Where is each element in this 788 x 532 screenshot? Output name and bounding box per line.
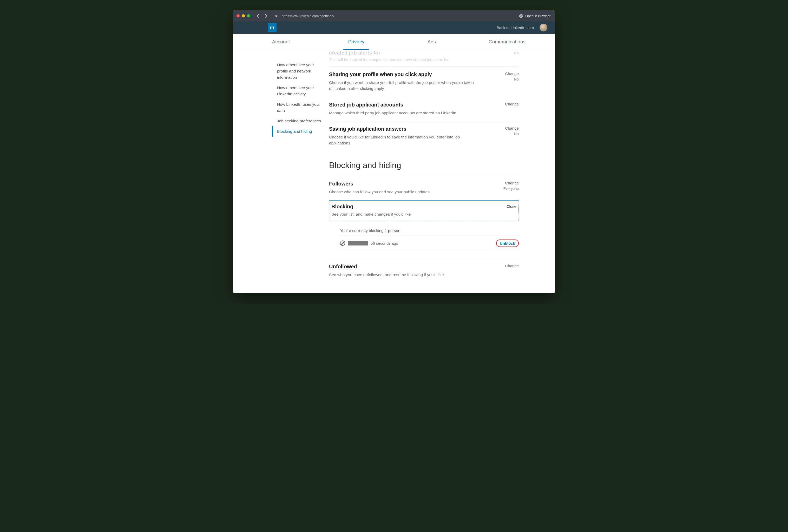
row-value: Everyone [504, 186, 519, 191]
sidebar-item-job-preferences[interactable]: Job seeking preferences [272, 116, 324, 126]
change-link[interactable]: Change [505, 102, 519, 106]
row-desc: See your list, and make changes if you'd… [331, 211, 477, 217]
globe-icon [519, 14, 523, 18]
blocked-entry: 56 seconds ago Unblock [340, 236, 519, 251]
setting-row-save-answers[interactable]: Saving job application answers Choose if… [329, 121, 519, 151]
minimize-window-button[interactable] [242, 14, 245, 17]
tab-account[interactable]: Account [243, 34, 319, 49]
setting-row-followers[interactable]: Followers Choose who can follow you and … [329, 176, 519, 200]
row-value: No [514, 132, 519, 136]
linkedin-logo[interactable]: in [268, 23, 277, 32]
blocked-time: 56 seconds ago [371, 241, 398, 245]
open-in-browser-button[interactable]: Open in Browser [519, 14, 551, 18]
maximize-window-button[interactable] [247, 14, 250, 17]
row-desc: Manage which third party job applicant a… [329, 110, 475, 116]
row-desc: Choose if you'd like for LinkedIn to sav… [329, 134, 475, 146]
tab-communications[interactable]: Communications [469, 34, 545, 49]
tab-privacy[interactable]: Privacy [319, 34, 394, 49]
profile-avatar[interactable] [539, 24, 547, 32]
section-title-blocking: Blocking and hiding [329, 161, 519, 170]
sidebar: How others see your profile and network … [233, 50, 329, 283]
blocking-list-head: You're currently blocking 1 person: [340, 228, 519, 236]
change-link[interactable]: Change [505, 181, 519, 185]
cutoff-value: No [514, 51, 519, 55]
blocked-icon [340, 241, 345, 246]
tab-ads[interactable]: Ads [394, 34, 469, 49]
unblock-button[interactable]: Unblock [496, 240, 519, 247]
change-link[interactable]: Change [505, 126, 519, 130]
setting-row-share-profile[interactable]: Sharing your profile when you click appl… [329, 66, 519, 97]
main-content: created job alerts for This will be appl… [329, 50, 555, 283]
titlebar: https://www.linkedin.com/psettings/ Open… [233, 11, 555, 21]
close-window-button[interactable] [237, 14, 240, 17]
close-link[interactable]: Close [507, 204, 516, 209]
sidebar-item-data-usage[interactable]: How LinkedIn uses your data [272, 99, 324, 116]
sidebar-item-activity-visibility[interactable]: How others see your LinkedIn activity [272, 83, 324, 99]
cutoff-title: created job alerts for [329, 50, 519, 56]
row-title: Sharing your profile when you click appl… [329, 71, 519, 77]
cutoff-desc: This will be applied for companies that … [329, 57, 519, 62]
blocking-list: You're currently blocking 1 person: 56 s… [340, 228, 519, 251]
address-bar[interactable]: https://www.linkedin.com/psettings/ [282, 14, 517, 18]
setting-row-blocking-expanded: Blocking See your list, and make changes… [329, 200, 519, 221]
setting-row-stored-accounts[interactable]: Stored job applicant accounts Manage whi… [329, 97, 519, 121]
change-link[interactable]: Change [505, 71, 519, 76]
change-link[interactable]: Change [505, 264, 519, 268]
window-controls [237, 14, 250, 17]
row-desc: Choose if you want to share your full pr… [329, 80, 475, 92]
open-in-browser-label: Open in Browser [525, 14, 550, 18]
row-title: Saving job application answers [329, 126, 519, 132]
row-title: Followers [329, 181, 519, 187]
site-header: in Back to LinkedIn.com [233, 21, 555, 34]
sidebar-item-profile-visibility[interactable]: How others see your profile and network … [272, 60, 324, 83]
link-icon [274, 14, 278, 18]
settings-tabs: Account Privacy Ads Communications [233, 34, 555, 50]
row-title: Stored job applicant accounts [329, 102, 519, 108]
forward-button[interactable] [263, 13, 269, 19]
back-button[interactable] [255, 13, 261, 19]
row-desc: Choose who can follow you and see your p… [329, 189, 475, 195]
row-value: No [514, 77, 519, 81]
sidebar-item-blocking[interactable]: Blocking and hiding [272, 126, 324, 137]
row-title: Blocking [331, 204, 516, 210]
app-window: https://www.linkedin.com/psettings/ Open… [233, 11, 555, 293]
row-title: Unfollowed [329, 264, 519, 270]
blocked-name-redacted [348, 241, 368, 245]
row-desc: See who you have unfollowed, and resume … [329, 272, 475, 278]
back-to-linkedin-link[interactable]: Back to LinkedIn.com [497, 25, 534, 30]
setting-row-unfollowed[interactable]: Unfollowed See who you have unfollowed, … [329, 259, 519, 283]
cutoff-setting-row: created job alerts for This will be appl… [329, 50, 519, 66]
